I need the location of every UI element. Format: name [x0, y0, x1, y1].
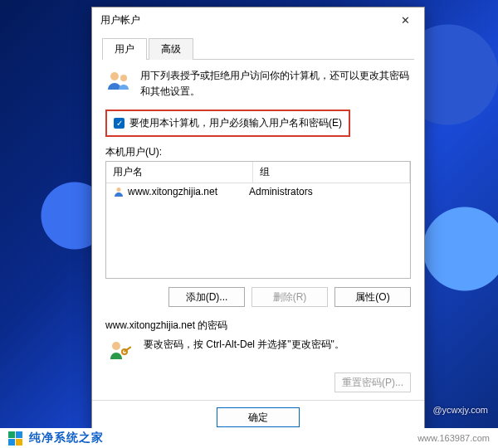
list-header: 用户名 组: [106, 162, 410, 183]
password-section-header: www.xitongzhijia.net 的密码: [105, 319, 411, 333]
banner-text: 纯净系统之家: [29, 431, 104, 446]
banner-url: www.163987.com: [417, 433, 490, 443]
site-banner: 纯净系统之家 www.163987.com: [0, 428, 498, 448]
require-login-label: 要使用本计算机，用户必须输入用户名和密码(E): [129, 116, 342, 130]
titlebar: 用户帐户 ✕: [92, 7, 424, 32]
close-icon: ✕: [401, 14, 410, 27]
users-tab-panel: 用下列表授予或拒绝用户访问你的计算机，还可以更改其密码和其他设置。 ✓ 要使用本…: [102, 60, 414, 401]
cell-username: www.xitongzhijia.net: [113, 186, 246, 197]
properties-button[interactable]: 属性(O): [334, 287, 411, 307]
local-users-label: 本机用户(U):: [105, 145, 411, 159]
user-buttons-row: 添加(D)... 删除(R) 属性(O): [105, 287, 411, 307]
column-username[interactable]: 用户名: [106, 162, 253, 183]
user-accounts-window: 用户帐户 ✕ 用户 高级 用下列表授予或拒绝用户访问你的计算机，还可以更改其密码…: [91, 7, 425, 435]
banner-logo-icon: [8, 431, 22, 446]
window-title: 用户帐户: [100, 13, 391, 27]
cell-group: Administrators: [249, 186, 313, 197]
window-body: 用户 高级 用下列表授予或拒绝用户访问你的计算机，还可以更改其密码和其他设置。 …: [92, 32, 424, 407]
add-button[interactable]: 添加(D)...: [168, 287, 245, 307]
column-group[interactable]: 组: [253, 162, 410, 183]
intro-text: 用下列表授予或拒绝用户访问你的计算机，还可以更改其密码和其他设置。: [140, 68, 411, 100]
table-row[interactable]: www.xitongzhijia.net Administrators: [106, 183, 410, 200]
svg-point-0: [110, 72, 119, 80]
local-users-list[interactable]: 用户名 组 www.xitongzhijia.net Administrator…: [105, 161, 411, 279]
password-instruction: 要改密码，按 Ctrl-Alt-Del 并选择"更改密码"。: [144, 338, 344, 352]
svg-point-2: [117, 187, 121, 192]
require-login-row[interactable]: ✓ 要使用本计算机，用户必须输入用户名和密码(E): [105, 110, 350, 137]
ok-button[interactable]: 确定: [217, 407, 300, 427]
svg-point-3: [112, 342, 120, 350]
users-icon: [105, 68, 132, 95]
svg-point-1: [120, 75, 127, 81]
tabstrip: 用户 高级: [102, 37, 414, 60]
reset-password-button: 重置密码(P)...: [334, 373, 411, 392]
wallpaper-signature: @ycwxjy.com: [432, 405, 488, 415]
tab-advanced[interactable]: 高级: [149, 38, 193, 60]
close-button[interactable]: ✕: [391, 10, 419, 30]
password-section: www.xitongzhijia.net 的密码 要改密码，按 Ctrl-Alt…: [105, 319, 411, 392]
desktop-background: @ycwxjy.com 用户帐户 ✕ 用户 高级 用下列表授予或拒绝用户访问你的…: [0, 0, 498, 448]
user-icon: [113, 186, 124, 197]
key-icon: [109, 338, 135, 364]
intro-row: 用下列表授予或拒绝用户访问你的计算机，还可以更改其密码和其他设置。: [105, 68, 411, 100]
require-login-checkbox[interactable]: ✓: [114, 118, 124, 129]
remove-button: 删除(R): [251, 287, 328, 307]
tab-users[interactable]: 用户: [102, 38, 147, 60]
